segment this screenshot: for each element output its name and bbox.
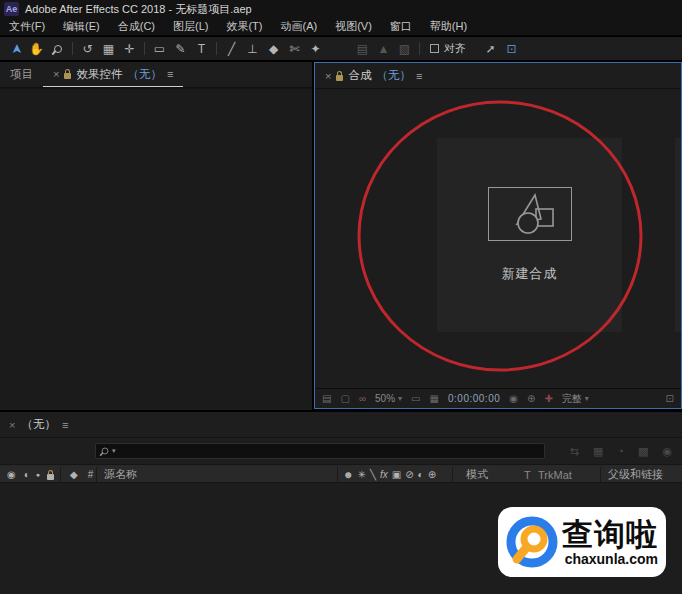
parent-link-column[interactable]: 父级和链接	[608, 465, 663, 484]
close-icon[interactable]: ×	[53, 68, 59, 80]
snap-label[interactable]: 对齐	[444, 41, 466, 56]
menu-layer[interactable]: 图层(L)	[164, 19, 217, 34]
resolution-value[interactable]: 完整	[562, 392, 582, 406]
mask-feather-tool-icon: ▤	[352, 40, 373, 58]
tab-composition-suffix: （无）	[376, 68, 411, 83]
source-name-column[interactable]: 源名称	[104, 465, 137, 484]
preserve-transparency-column[interactable]: T	[524, 465, 531, 484]
left-panel-tab-bar: 项目 × 效果控件 （无） ≡	[0, 62, 312, 88]
shy-layers-icon[interactable]: ◔	[617, 445, 624, 458]
shy-switch-icon[interactable]: ☻	[343, 469, 354, 480]
tab-composition[interactable]: × 合成 （无） ≡	[315, 63, 432, 88]
chevron-down-icon[interactable]: ▾	[112, 447, 116, 455]
eye-icon[interactable]: ◉	[7, 469, 16, 480]
lock-column-icon[interactable]	[47, 474, 54, 480]
fx-switch-icon[interactable]: fx	[380, 469, 388, 480]
adjustment-switch-icon[interactable]: ⊘	[405, 469, 413, 480]
chaxunla-logo-icon	[504, 513, 560, 571]
label-index-group: ◆ #	[70, 465, 93, 484]
pan-behind-tool-icon[interactable]: ✛	[119, 40, 140, 58]
tab-effect-controls-label: 效果控件	[76, 67, 122, 82]
timeline-search-box[interactable]: ▾	[95, 443, 545, 459]
clone-stamp-tool-icon[interactable]: ⊥	[242, 40, 263, 58]
menu-composition[interactable]: 合成(C)	[109, 19, 164, 34]
menu-help[interactable]: 帮助(H)	[421, 19, 476, 34]
snapshot-icon[interactable]: ◉	[509, 393, 518, 404]
composition-bottom-bar: ▤ ▢ ∞ 50% ▾ ▭ ▦ 0:00:00:00 ◉ ⊕ ✚ 完整 ▾ ⊡	[315, 388, 681, 408]
tab-composition-label: 合成	[348, 68, 371, 83]
collapse-switch-icon[interactable]: ✳	[358, 469, 366, 480]
label-tag-icon[interactable]: ◆	[70, 469, 78, 480]
left-panel: 项目 × 效果控件 （无） ≡	[0, 62, 312, 410]
magnification-monitor-icon[interactable]: ▢	[340, 393, 349, 404]
new-comp-from-footage-button-partial[interactable]	[675, 138, 681, 332]
chevron-down-icon[interactable]: ▾	[585, 394, 589, 403]
panel-menu-icon[interactable]: ≡	[416, 70, 422, 82]
tab-project[interactable]: 项目	[0, 62, 43, 87]
preview-cursor-icon[interactable]: ➚	[480, 40, 501, 58]
mode-column[interactable]: 模式	[466, 465, 488, 484]
tab-effect-controls[interactable]: × 效果控件 （无） ≡	[43, 62, 183, 87]
zoom-level-value[interactable]: 50%	[375, 393, 395, 404]
hand-tool-icon[interactable]: ✋	[26, 40, 47, 58]
exposure-icon[interactable]: ✚	[544, 393, 552, 404]
always-preview-icon[interactable]: ▤	[322, 393, 331, 404]
brush-tool-icon[interactable]: ╱	[221, 40, 242, 58]
menu-edit[interactable]: 编辑(E)	[54, 19, 109, 34]
motion-blur-switch-icon[interactable]: ▣	[392, 469, 401, 480]
transparency-grid-icon[interactable]: ▦	[430, 393, 439, 404]
chevron-down-icon[interactable]: ▾	[398, 394, 402, 403]
show-snapshot-icon[interactable]: ⊕	[527, 393, 535, 404]
panel-menu-icon[interactable]: ≡	[167, 68, 173, 80]
selection-tool-icon[interactable]: ➤	[8, 40, 26, 58]
rotate-tool-icon[interactable]: ↺	[77, 40, 98, 58]
composition-shapes-icon	[495, 192, 565, 236]
mini-flowchart-icon[interactable]: ⇆	[570, 445, 579, 458]
title-bar: Ae Adobe After Effects CC 2018 - 无标题项目.a…	[0, 0, 682, 18]
menu-window[interactable]: 窗口	[381, 19, 421, 34]
menu-file[interactable]: 文件(F)	[0, 19, 54, 34]
column-divider	[452, 467, 453, 482]
composition-tab-bar: × 合成 （无） ≡	[315, 63, 681, 89]
menu-effect[interactable]: 效果(T)	[217, 19, 271, 34]
frame-blend-icon[interactable]: ▩	[638, 445, 648, 458]
eraser-tool-icon[interactable]: ◆	[263, 40, 284, 58]
current-timecode[interactable]: 0:00:00:00	[448, 393, 500, 404]
snap-checkbox[interactable]	[430, 44, 439, 53]
pen-tool-icon[interactable]: ✎	[170, 40, 191, 58]
panel-menu-icon[interactable]: ≡	[62, 419, 68, 431]
rectangle-tool-icon[interactable]: ▭	[149, 40, 170, 58]
audio-icon[interactable]: ◖	[23, 469, 29, 480]
timeline-tab-label[interactable]: （无）	[21, 417, 56, 432]
roto-brush-tool-icon[interactable]: ✄	[284, 40, 305, 58]
magnifier-icon	[54, 45, 62, 53]
type-tool-icon[interactable]: T	[191, 40, 212, 58]
watermark-badge: 查询啦 chaxunla.com	[498, 507, 666, 577]
puppet-tool-icon[interactable]: ✦	[305, 40, 326, 58]
motion-blur-icon[interactable]: ◉	[662, 445, 672, 458]
trkmat-column[interactable]: TrkMat	[538, 465, 572, 484]
region-of-interest-icon[interactable]: ▭	[411, 393, 420, 404]
menu-animation[interactable]: 动画(A)	[272, 19, 327, 34]
new-composition-icon	[488, 187, 572, 241]
view-target-icon[interactable]: ⊡	[666, 393, 674, 404]
quality-switch-icon[interactable]: ╲	[370, 469, 376, 480]
zoom-tool-icon[interactable]	[47, 40, 68, 58]
solo-icon[interactable]: ●	[36, 471, 40, 478]
marquee-snapping-icon[interactable]: ⊡	[501, 40, 522, 58]
toolbar-separator	[216, 42, 217, 55]
tab-effect-controls-suffix: （无）	[127, 67, 162, 82]
new-composition-button[interactable]: 新建合成	[437, 138, 622, 332]
composition-viewer: 新建合成	[315, 89, 681, 388]
close-icon[interactable]: ×	[325, 70, 331, 82]
menu-view[interactable]: 视图(V)	[326, 19, 381, 34]
half-switch-icon[interactable]: ◐	[418, 469, 424, 480]
lock-icon	[64, 73, 71, 79]
timeline-toggle-icons: ⇆ ▦ ◔ ▩ ◉	[570, 445, 672, 458]
close-icon[interactable]: ×	[9, 419, 15, 431]
show-channel-icon[interactable]: ∞	[359, 393, 366, 404]
camera-tool-icon[interactable]: ▦	[98, 40, 119, 58]
3d-switch-icon[interactable]: ⊕	[428, 469, 436, 480]
search-input[interactable]	[119, 444, 539, 458]
draft-3d-icon[interactable]: ▦	[593, 445, 603, 458]
